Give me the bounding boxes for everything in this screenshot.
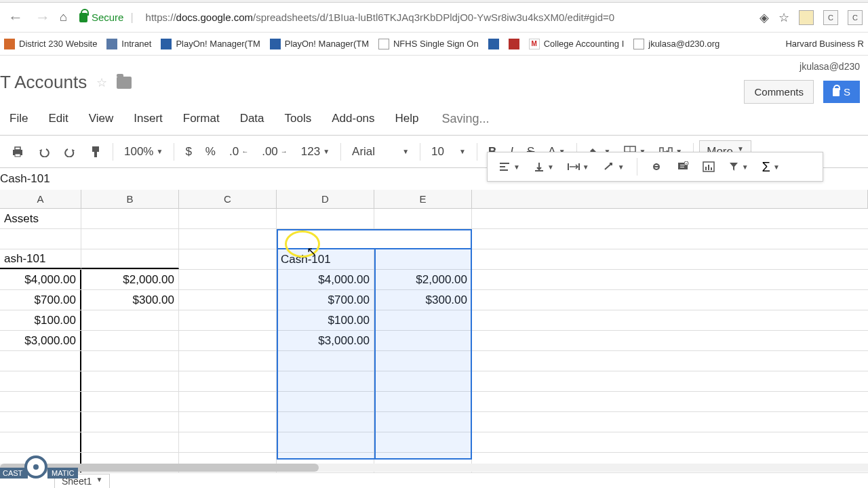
ext-icon-2[interactable]: C: [823, 10, 838, 25]
cell[interactable]: [472, 209, 868, 228]
functions-button[interactable]: Σ▼: [758, 157, 784, 178]
menu-tools[interactable]: Tools: [275, 109, 321, 128]
cell[interactable]: [0, 229, 81, 249]
spreadsheet-grid[interactable]: A B C D E Assets ash-101 Cash-101 $4,000…: [0, 190, 868, 473]
paint-format-button[interactable]: [84, 141, 107, 163]
menu-insert[interactable]: Insert: [124, 109, 172, 128]
cell[interactable]: [179, 331, 277, 350]
bookmark-item[interactable]: District 230 Website: [4, 39, 97, 49]
share-button[interactable]: S: [823, 81, 860, 103]
undo-button[interactable]: [33, 142, 56, 161]
chart-button[interactable]: [698, 159, 719, 175]
menu-data[interactable]: Data: [231, 109, 274, 128]
cell[interactable]: [179, 310, 277, 330]
cell[interactable]: $4,000.00: [277, 270, 374, 289]
print-button[interactable]: [5, 142, 30, 162]
cell[interactable]: [374, 331, 472, 350]
number-format-button[interactable]: 123▼: [296, 141, 335, 163]
dec-increase-button[interactable]: .00→: [256, 141, 293, 163]
col-header-B[interactable]: B: [81, 190, 179, 208]
cell[interactable]: ash-101: [0, 249, 81, 269]
cell[interactable]: [277, 209, 374, 228]
comment-button[interactable]: +: [673, 159, 693, 175]
menu-file[interactable]: File: [0, 109, 37, 128]
cell[interactable]: [179, 249, 277, 269]
col-header-E[interactable]: E: [374, 190, 472, 208]
cell[interactable]: $100.00: [277, 310, 374, 330]
comments-button[interactable]: Comments: [744, 80, 814, 104]
ext-icon-1[interactable]: [799, 10, 814, 25]
url-field[interactable]: https://docs.google.com/spreadsheets/d/1…: [146, 12, 753, 23]
bookmark-item[interactable]: [509, 39, 519, 49]
cell[interactable]: $300.00: [374, 290, 472, 310]
cell[interactable]: [179, 229, 277, 249]
cell[interactable]: $300.00: [81, 290, 179, 310]
cell[interactable]: [374, 310, 472, 330]
cell[interactable]: [81, 229, 179, 249]
cell[interactable]: [81, 331, 179, 350]
cell[interactable]: [472, 249, 868, 269]
cell[interactable]: $4,000.00: [0, 270, 81, 289]
zoom-select[interactable]: 100%▼: [119, 141, 168, 163]
col-header-D[interactable]: D: [277, 190, 374, 208]
filter-button[interactable]: ▼: [724, 159, 753, 175]
translate-icon[interactable]: ◈: [760, 10, 769, 25]
cell[interactable]: $2,000.00: [374, 270, 472, 289]
menu-edit[interactable]: Edit: [39, 109, 77, 128]
menu-view[interactable]: View: [79, 109, 123, 128]
redo-button[interactable]: [58, 142, 81, 161]
cell[interactable]: [81, 249, 179, 269]
cell[interactable]: [374, 249, 472, 269]
halign-button[interactable]: ▼: [494, 159, 524, 174]
bookmark-item[interactable]: jkulasa@d230.org: [633, 39, 719, 49]
cell[interactable]: [374, 229, 472, 249]
wrap-button[interactable]: ▼: [564, 159, 593, 174]
user-email[interactable]: jkulasa@d230: [800, 61, 860, 72]
folder-icon[interactable]: [117, 77, 132, 89]
forward-button[interactable]: →: [33, 9, 53, 26]
cell[interactable]: [179, 290, 277, 310]
bookmark-item[interactable]: MCollege Accounting I: [529, 39, 625, 49]
valign-button[interactable]: ▼: [530, 159, 558, 175]
cell[interactable]: [472, 270, 868, 289]
font-size-select[interactable]: 10▼: [426, 141, 471, 163]
bookmark-item[interactable]: Harvard Business R: [785, 39, 864, 49]
home-button[interactable]: ⌂: [60, 10, 67, 24]
cell[interactable]: $100.00: [0, 310, 81, 330]
bookmark-star-icon[interactable]: ☆: [778, 10, 789, 25]
cell[interactable]: [472, 331, 868, 350]
cell[interactable]: $700.00: [277, 290, 374, 310]
menu-format[interactable]: Format: [174, 109, 229, 128]
link-button[interactable]: [646, 160, 667, 174]
cell[interactable]: [472, 290, 868, 310]
cell[interactable]: Cash-101: [277, 249, 374, 269]
ext-icon-3[interactable]: C: [848, 10, 863, 25]
bookmark-item[interactable]: PlayOn! Manager(TM: [161, 39, 260, 49]
col-header-A[interactable]: A: [0, 190, 81, 208]
col-header-C[interactable]: C: [179, 190, 277, 208]
menu-help[interactable]: Help: [386, 109, 429, 128]
cell[interactable]: [472, 229, 868, 249]
cell[interactable]: $700.00: [0, 290, 81, 310]
cell[interactable]: $2,000.00: [81, 270, 179, 289]
cell[interactable]: [472, 310, 868, 330]
cell[interactable]: $3,000.00: [0, 331, 81, 350]
rotate-button[interactable]: ▼: [599, 159, 629, 175]
font-select[interactable]: Arial▼: [347, 141, 414, 163]
menu-addons[interactable]: Add-ons: [322, 109, 384, 128]
cell[interactable]: [179, 270, 277, 289]
back-button[interactable]: ←: [5, 9, 26, 26]
percent-button[interactable]: %: [200, 141, 221, 163]
cell[interactable]: Assets: [0, 209, 81, 228]
bookmark-item[interactable]: Intranet: [106, 39, 151, 49]
bookmark-item[interactable]: NFHS Single Sign On: [378, 39, 479, 49]
col-headers-rest[interactable]: [472, 190, 868, 208]
cell[interactable]: [277, 229, 374, 249]
star-icon[interactable]: ☆: [96, 75, 107, 90]
cell[interactable]: [374, 209, 472, 228]
dec-decrease-button[interactable]: .0←: [224, 141, 254, 163]
cell[interactable]: [81, 209, 179, 228]
bookmark-item[interactable]: PlayOn! Manager(TM: [270, 39, 369, 49]
cell[interactable]: [179, 209, 277, 228]
horizontal-scrollbar[interactable]: [0, 464, 868, 472]
